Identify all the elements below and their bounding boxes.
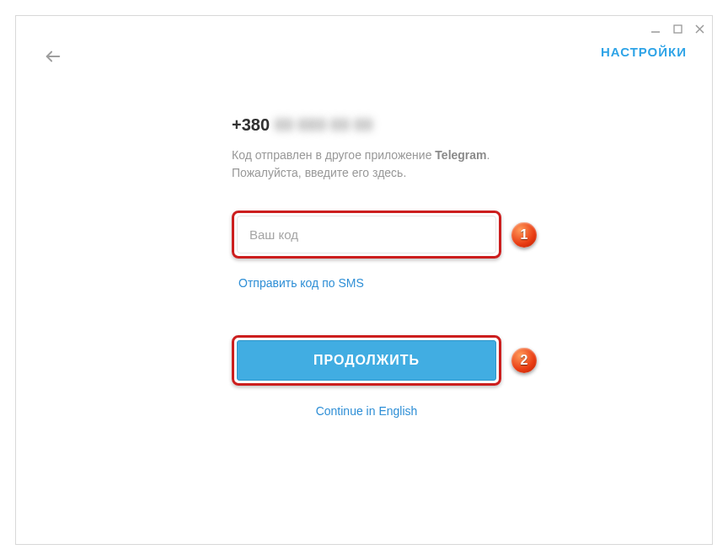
- phone-prefix: +380: [232, 115, 270, 134]
- hint-line2: Пожалуйста, введите его здесь.: [232, 166, 406, 179]
- code-field-wrap: 1: [232, 211, 501, 259]
- window-titlebar: [16, 16, 712, 41]
- continue-button-wrap: ПРОДОЛЖИТЬ 2: [232, 335, 501, 386]
- back-arrow-icon[interactable]: [41, 45, 65, 68]
- header: НАСТРОЙКИ: [16, 41, 712, 82]
- annotation-marker-2: 2: [511, 348, 537, 373]
- app-window: НАСТРОЙКИ +380 00 000 00 00 Код отправле…: [15, 15, 713, 545]
- minimize-icon[interactable]: [650, 23, 661, 35]
- hint-bold: Telegram: [435, 148, 486, 162]
- highlight-box-2: ПРОДОЛЖИТЬ: [232, 335, 501, 386]
- close-icon[interactable]: [693, 23, 705, 35]
- annotation-marker-1: 1: [511, 222, 537, 248]
- maximize-icon[interactable]: [672, 23, 683, 35]
- code-hint-text: Код отправлен в другое приложение Telegr…: [232, 147, 501, 182]
- code-input[interactable]: [237, 216, 496, 253]
- phone-number: +380 00 000 00 00: [232, 115, 501, 135]
- hint-pre: Код отправлен в другое приложение: [232, 148, 435, 162]
- continue-english-link[interactable]: Continue in English: [232, 404, 501, 418]
- continue-button[interactable]: ПРОДОЛЖИТЬ: [237, 340, 496, 381]
- svg-rect-1: [674, 25, 682, 33]
- highlight-box-1: [232, 211, 501, 259]
- main-content: +380 00 000 00 00 Код отправлен в другое…: [232, 115, 501, 418]
- settings-link[interactable]: НАСТРОЙКИ: [601, 45, 687, 59]
- phone-hidden-part: 00 000 00 00: [275, 115, 373, 134]
- hint-post: .: [487, 148, 490, 162]
- send-sms-link[interactable]: Отправить код по SMS: [238, 276, 364, 290]
